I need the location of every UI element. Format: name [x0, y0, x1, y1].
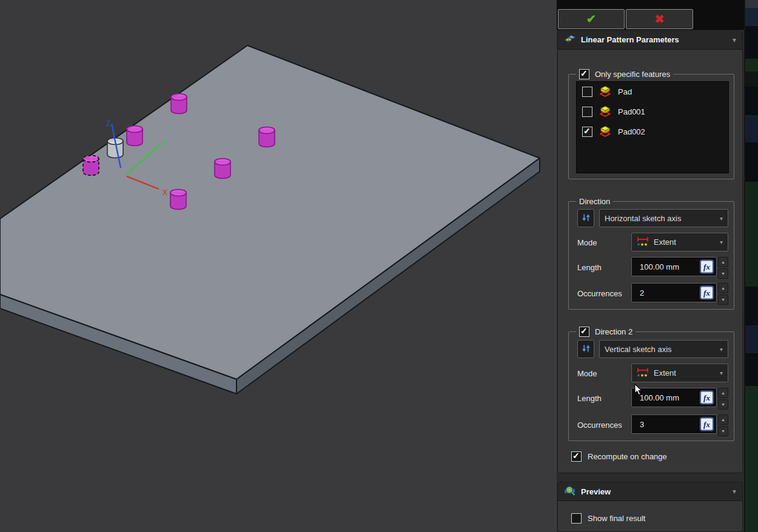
- linear-pattern-icon: [564, 34, 576, 45]
- direction1-axis-select[interactable]: Horizontal sketch axis ▾: [599, 209, 728, 227]
- pattern-instance[interactable]: [215, 159, 230, 179]
- direction1-length-input[interactable]: 100.00 mm fx: [631, 257, 717, 276]
- fx-expression-button[interactable]: fx: [700, 418, 713, 431]
- direction2-length-input[interactable]: 100.00 mm fx: [631, 388, 717, 407]
- fx-expression-button[interactable]: fx: [700, 261, 713, 273]
- chevron-down-icon[interactable]: ▾: [733, 36, 736, 44]
- viewport-scene: X Y Z: [0, 0, 557, 532]
- strip-segment: [745, 142, 758, 182]
- reverse-icon: [582, 344, 591, 355]
- recompute-label: Recompute on change: [588, 452, 667, 461]
- task-panel: ✔ ✖ Linear Pattern Parameters: [557, 0, 744, 532]
- feature-row[interactable]: Pad: [577, 82, 728, 102]
- feature-label: Pad: [618, 87, 632, 96]
- reverse-direction2-button[interactable]: [577, 340, 594, 358]
- feature-checkbox[interactable]: [582, 87, 592, 97]
- viewport-3d[interactable]: X Y Z: [0, 0, 557, 532]
- pattern-instance[interactable]: [170, 190, 186, 210]
- chevron-down-icon[interactable]: ▾: [733, 487, 736, 496]
- chevron-down-icon: ▾: [720, 370, 723, 376]
- only-specific-features-label: Only specific features: [595, 70, 670, 79]
- direction1-length-value: 100.00 mm: [640, 262, 679, 271]
- recompute-row: Recompute on change: [571, 451, 667, 462]
- direction2-length-label: Length: [577, 394, 602, 403]
- strip-segment: [745, 26, 758, 59]
- axis-y-label: Y: [162, 140, 167, 148]
- preview-taskbox: Preview ▾ Show final result: [557, 482, 743, 532]
- pattern-instance[interactable]: [259, 127, 275, 147]
- axis-x-label: X: [163, 188, 167, 197]
- feature-label: Pad001: [618, 107, 645, 116]
- direction2-axis-select[interactable]: Vertical sketch axis ▾: [599, 340, 728, 358]
- pad-icon: [599, 105, 612, 119]
- direction2-occurrences-input[interactable]: 3 fx: [631, 414, 717, 434]
- section-title: Preview: [581, 487, 611, 496]
- ok-button[interactable]: ✔: [558, 9, 625, 29]
- direction1-mode-value: Extent: [654, 238, 676, 247]
- direction1-mode-label: Mode: [577, 238, 597, 247]
- x-icon: ✖: [655, 12, 665, 26]
- strip-segment: [745, 0, 758, 8]
- strip-segment: [745, 59, 758, 71]
- spin-down-button[interactable]: ▼: [718, 426, 728, 436]
- strip-segment: [745, 8, 758, 26]
- spin-up-button[interactable]: ▲: [718, 388, 728, 398]
- direction2-occurrences-label: Occurrences: [577, 421, 622, 430]
- direction1-mode-select[interactable]: Extent ▾: [631, 233, 728, 251]
- chevron-down-icon: ▾: [720, 346, 723, 353]
- strip-segment: [745, 353, 758, 386]
- direction2-occurrences-value: 3: [640, 420, 644, 429]
- cancel-button[interactable]: ✖: [626, 9, 693, 29]
- linear-pattern-taskbox: Linear Pattern Parameters ▾ Only specifi…: [557, 30, 743, 473]
- spin-down-button[interactable]: ▼: [718, 294, 728, 305]
- strip-segment: [745, 182, 758, 287]
- strip-segment: [745, 325, 758, 353]
- feature-checkbox[interactable]: [582, 127, 592, 137]
- spin-down-button[interactable]: ▼: [718, 399, 728, 410]
- extent-mode-icon: [637, 367, 649, 379]
- pattern-instance-selected[interactable]: [83, 156, 99, 176]
- chevron-down-icon: ▾: [720, 239, 723, 245]
- direction2-mode-value: Extent: [654, 368, 676, 377]
- direction2-checkbox[interactable]: [579, 327, 589, 337]
- spin-up-button[interactable]: ▲: [718, 283, 728, 293]
- section-title: Linear Pattern Parameters: [581, 35, 679, 44]
- direction2-length-value: 100.00 mm: [640, 393, 679, 402]
- preview-magnifier-icon: [564, 485, 576, 498]
- spin-up-button[interactable]: ▲: [718, 257, 728, 267]
- pattern-instance[interactable]: [171, 94, 187, 114]
- reverse-direction1-button[interactable]: [577, 209, 594, 227]
- pad-icon: [599, 125, 612, 139]
- fx-expression-button[interactable]: fx: [700, 391, 713, 404]
- strip-segment: [745, 87, 758, 115]
- feature-checkbox[interactable]: [582, 107, 592, 117]
- direction2-label: Direction 2: [595, 327, 632, 336]
- reverse-icon: [582, 213, 591, 224]
- section-header-linear-pattern[interactable]: Linear Pattern Parameters ▾: [558, 30, 742, 50]
- strip-segment: [745, 386, 758, 532]
- show-final-result-label: Show final result: [588, 514, 645, 523]
- spin-up-button[interactable]: ▲: [718, 414, 728, 425]
- only-specific-features-checkbox[interactable]: [579, 69, 589, 79]
- direction2-occurrences-spinner: ▲ ▼: [718, 414, 728, 436]
- pattern-instance[interactable]: [127, 126, 143, 146]
- axis-z-label: Z: [106, 119, 110, 128]
- task-panel-button-bar: ✔ ✖: [557, 0, 744, 30]
- feature-list[interactable]: PadPad001Pad002: [576, 81, 729, 173]
- recompute-checkbox[interactable]: [571, 451, 582, 462]
- show-final-result-checkbox[interactable]: [571, 513, 582, 524]
- spin-down-button[interactable]: ▼: [718, 268, 728, 279]
- feature-row[interactable]: Pad001: [577, 102, 728, 122]
- fx-expression-button[interactable]: fx: [700, 287, 713, 299]
- feature-label: Pad002: [618, 127, 645, 136]
- direction1-length-label: Length: [577, 263, 602, 272]
- chevron-down-icon: ▾: [720, 215, 723, 222]
- direction2-mode-select[interactable]: Extent ▾: [631, 364, 728, 382]
- application-window: X Y Z ✔ ✖: [0, 0, 758, 532]
- pad-icon: [599, 85, 612, 99]
- feature-row[interactable]: Pad002: [577, 122, 728, 142]
- strip-segment: [745, 71, 758, 87]
- section-header-preview[interactable]: Preview ▾: [558, 482, 742, 501]
- direction2-length-spinner: ▲ ▼: [718, 388, 728, 410]
- direction1-occurrences-input[interactable]: 2 fx: [631, 283, 717, 302]
